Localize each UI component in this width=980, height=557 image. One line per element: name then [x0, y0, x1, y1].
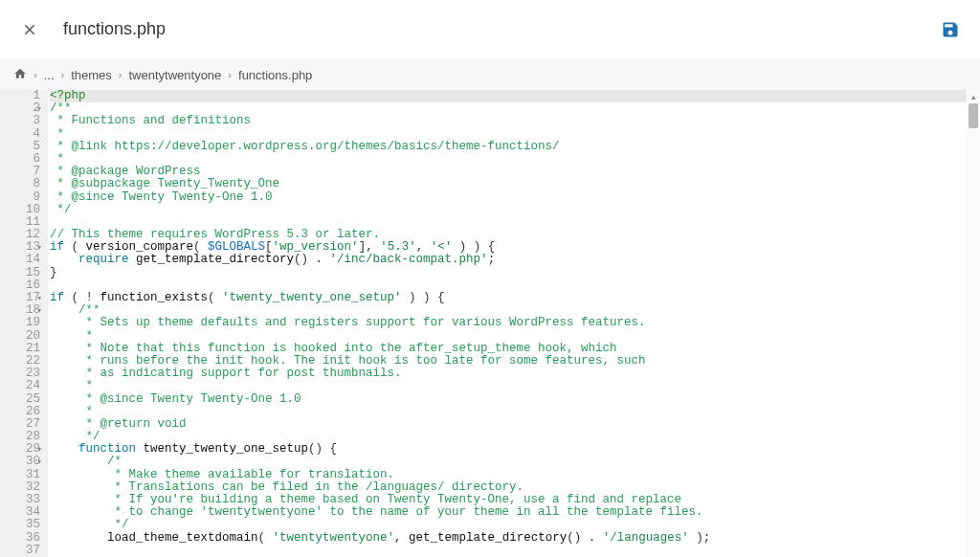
line-number: 26	[0, 406, 40, 418]
save-button[interactable]	[938, 17, 963, 42]
code-editor[interactable]: 1234567891011121314151617181920212223242…	[0, 90, 980, 557]
code-line[interactable]: function twenty_twenty_one_setup() {	[50, 443, 980, 456]
breadcrumb: › ... › themes › twentytwentyone › funct…	[0, 59, 980, 90]
code-line[interactable]: require get_template_directory() . '/inc…	[50, 254, 980, 266]
chevron-right-icon: ›	[61, 69, 65, 80]
breadcrumb-home[interactable]	[13, 67, 27, 83]
line-number: 37	[0, 545, 40, 557]
chevron-right-icon: ›	[33, 69, 37, 80]
code-line[interactable]: * Functions and definitions	[50, 115, 980, 127]
editor-header: functions.php	[0, 0, 980, 59]
code-line[interactable]: */	[50, 204, 980, 216]
save-icon	[941, 20, 960, 39]
code-line[interactable]: load_theme_textdomain( 'twentytwentyone'…	[50, 532, 980, 545]
code-line[interactable]: *	[50, 406, 980, 418]
line-number: 8	[0, 178, 40, 190]
scrollbar-thumb[interactable]	[969, 103, 978, 128]
breadcrumb-ellipsis[interactable]: ...	[44, 68, 55, 82]
line-number: 20	[0, 330, 40, 343]
code-line[interactable]: if ( ! function_exists( 'twenty_twenty_o…	[50, 292, 980, 304]
code-line[interactable]: * @return void	[50, 418, 980, 431]
line-number: 10	[0, 204, 40, 216]
code-line[interactable]: * @since Twenty Twenty-One 1.0	[50, 393, 980, 406]
line-number: 31	[0, 469, 40, 481]
code-line[interactable]: * to change 'twentytwentyone' to the nam…	[50, 506, 980, 519]
line-number: 14	[0, 254, 40, 266]
chevron-right-icon: ›	[228, 69, 232, 80]
line-number: 25	[0, 393, 40, 406]
close-button[interactable]	[17, 17, 42, 42]
code-line[interactable]: * as indicating support for post thumbna…	[50, 368, 980, 380]
line-number-gutter: 1234567891011121314151617181920212223242…	[0, 90, 48, 557]
line-number: 19	[0, 317, 40, 329]
line-number: 5	[0, 141, 40, 153]
breadcrumb-current: functions.php	[238, 68, 312, 82]
line-number: 9	[0, 191, 40, 204]
breadcrumb-themes[interactable]: themes	[71, 68, 112, 82]
line-number: 3	[0, 115, 40, 127]
line-number: 4	[0, 128, 40, 141]
line-number: 30	[0, 456, 40, 468]
line-number: 24	[0, 380, 40, 392]
file-title: functions.php	[63, 19, 166, 39]
chevron-right-icon: ›	[119, 69, 122, 80]
code-line[interactable]: <?php	[50, 90, 980, 102]
code-line[interactable]: * Sets up theme defaults and registers s…	[50, 317, 980, 329]
code-line[interactable]	[50, 545, 980, 557]
line-number: 15	[0, 267, 40, 279]
code-line[interactable]: * @link https://developer.wordpress.org/…	[50, 141, 980, 153]
home-icon	[13, 67, 27, 80]
line-number: 35	[0, 519, 40, 531]
breadcrumb-twentytwentyone[interactable]: twentytwentyone	[129, 68, 222, 82]
code-line[interactable]: * @since Twenty Twenty-One 1.0	[50, 191, 980, 204]
code-line[interactable]: }	[50, 267, 980, 279]
code-content[interactable]: <?php/** * Functions and definitions * *…	[48, 90, 980, 557]
line-number: 21	[0, 343, 40, 355]
scroll-up-arrow-icon[interactable]: ▴	[967, 90, 980, 103]
line-number: 36	[0, 532, 40, 545]
vertical-scrollbar[interactable]: ▴	[967, 90, 980, 557]
close-icon	[22, 22, 37, 37]
